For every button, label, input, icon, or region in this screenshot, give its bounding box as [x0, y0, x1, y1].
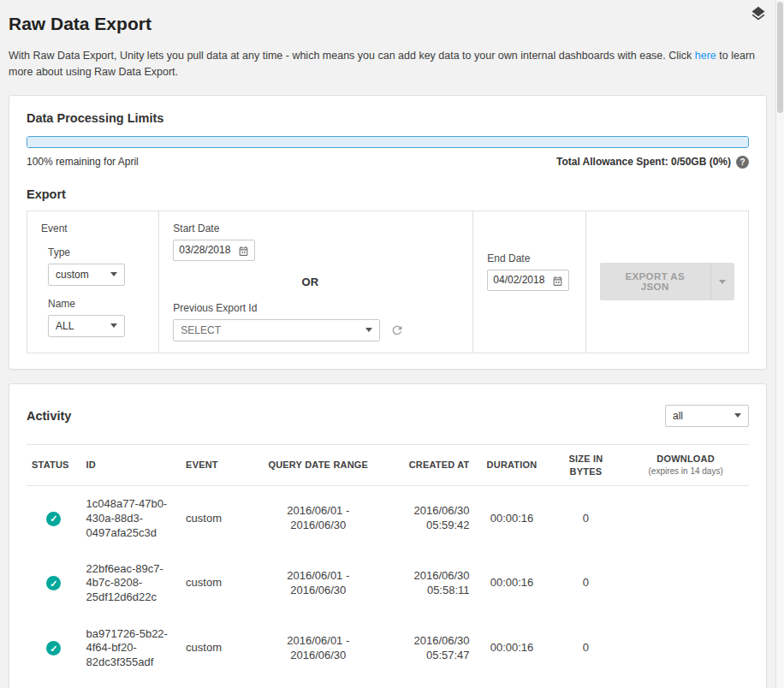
id-cell: 22bf6eac-89c7-4b7c-8208-25df12d6d22c: [81, 551, 181, 616]
event-name-value: ALL: [56, 320, 74, 332]
scrollbar-thumb[interactable]: [777, 2, 783, 113]
event-label: Event: [41, 222, 145, 234]
chevron-down-icon: [365, 328, 372, 332]
date-range-section: Start Date OR Previous Export Id SELECT: [159, 211, 473, 353]
created-cell: 2016/06/30 05:58:11: [383, 551, 474, 616]
size-cell: 0: [549, 551, 623, 616]
table-row: ✓ ba971726-5b22-4f64-bf20-82dc3f355adf c…: [27, 616, 749, 681]
download-cell: [622, 616, 749, 681]
download-cell: [622, 551, 749, 616]
export-options-button[interactable]: [710, 263, 734, 300]
col-id: ID: [81, 444, 181, 486]
col-duration: DURATION: [475, 444, 549, 486]
export-form: Event Type custom Name ALL Start Date: [27, 211, 749, 353]
duration-cell: 00:00:16: [475, 551, 549, 616]
activity-filter-value: all: [673, 410, 683, 422]
previous-export-row: SELECT: [173, 319, 447, 341]
table-header-row: STATUS ID EVENT QUERY DATE RANGE CREATED…: [27, 444, 749, 486]
col-created: CREATED AT: [383, 444, 474, 486]
allowance-text: Total Allowance Spent: 0/50GB (0%): [556, 156, 731, 168]
activity-table: STATUS ID EVENT QUERY DATE RANGE CREATED…: [27, 444, 749, 681]
status-cell: ✓: [27, 616, 81, 681]
end-date-input[interactable]: [493, 274, 549, 286]
range-cell: 2016/06/01 - 2016/06/30: [252, 486, 383, 551]
event-section: Event Type custom Name ALL: [27, 211, 159, 353]
chevron-down-icon: [110, 323, 117, 328]
limits-export-card: Data Processing Limits 100% remaining fo…: [9, 95, 767, 370]
created-cell: 2016/06/30 05:57:47: [383, 616, 474, 681]
layers-icon[interactable]: [750, 5, 767, 22]
activity-filter-select[interactable]: all: [665, 405, 749, 427]
created-cell: 2016/06/30 05:59:42: [383, 486, 474, 551]
id-cell: ba971726-5b22-4f64-bf20-82dc3f355adf: [81, 616, 181, 681]
limits-summary-row: 100% remaining for April Total Allowance…: [27, 156, 749, 169]
download-cell: [622, 486, 749, 551]
page: Raw Data Export With Raw Data Export, Un…: [0, 0, 784, 688]
export-action-section: EXPORT AS JSON: [586, 211, 748, 353]
col-status: STATUS: [27, 444, 81, 486]
event-name-select[interactable]: ALL: [48, 315, 125, 337]
event-cell: custom: [181, 551, 252, 616]
export-heading: Export: [27, 187, 749, 201]
activity-heading: Activity: [27, 409, 71, 423]
allowance-summary: Total Allowance Spent: 0/50GB (0%) ?: [556, 156, 749, 169]
intro-before: With Raw Data Export, Unity lets you pul…: [9, 50, 695, 62]
end-date-label: End Date: [487, 252, 572, 264]
check-circle-icon: ✓: [46, 641, 61, 655]
refresh-icon[interactable]: [390, 323, 404, 337]
activity-card: Activity all STATUS ID EVENT QUERY DATE …: [9, 383, 767, 688]
table-row: ✓ 22bf6eac-89c7-4b7c-8208-25df12d6d22c c…: [27, 551, 749, 616]
duration-cell: 00:00:16: [475, 486, 549, 551]
check-circle-icon: ✓: [46, 512, 61, 526]
limits-heading: Data Processing Limits: [27, 111, 749, 125]
chevron-down-icon: [719, 280, 726, 284]
start-date-label: Start Date: [173, 222, 447, 234]
help-icon[interactable]: ?: [736, 156, 749, 169]
col-download-note: (expires in 14 days): [627, 466, 744, 477]
event-cell: custom: [181, 486, 252, 551]
previous-export-value: SELECT: [181, 324, 221, 336]
status-cell: ✓: [27, 486, 81, 551]
end-date-field[interactable]: [487, 270, 569, 291]
status-cell: ✓: [27, 551, 81, 616]
learn-more-link[interactable]: here: [695, 50, 716, 62]
activity-header: Activity all: [27, 405, 749, 427]
export-button-group: EXPORT AS JSON: [600, 263, 734, 300]
col-download: DOWNLOAD (expires in 14 days): [622, 444, 749, 486]
id-cell: 1c048a77-47b0-430a-88d3-0497afa25c3d: [81, 486, 181, 551]
or-label: OR: [173, 276, 447, 288]
allowance-progress-fill: [27, 137, 748, 147]
end-date-section: End Date: [473, 211, 586, 353]
chevron-down-icon: [110, 272, 117, 276]
col-size: SIZE IN BYTES: [549, 444, 623, 486]
allowance-progress-bar: [27, 136, 749, 148]
previous-export-select[interactable]: SELECT: [173, 319, 380, 341]
scrollbar[interactable]: [775, 0, 784, 688]
previous-export-label: Previous Export Id: [173, 302, 447, 314]
duration-cell: 00:00:16: [475, 616, 549, 681]
event-type-select[interactable]: custom: [48, 264, 125, 286]
name-label: Name: [48, 298, 145, 310]
calendar-icon: [552, 275, 563, 286]
size-cell: 0: [549, 616, 623, 681]
start-date-input[interactable]: [179, 244, 235, 256]
start-date-field[interactable]: [173, 240, 255, 261]
calendar-icon: [238, 245, 249, 256]
range-cell: 2016/06/01 - 2016/06/30: [252, 551, 383, 616]
check-circle-icon: ✓: [46, 576, 61, 590]
type-label: Type: [48, 246, 145, 258]
event-cell: custom: [181, 616, 252, 681]
table-row: ✓ 1c048a77-47b0-430a-88d3-0497afa25c3d c…: [27, 486, 749, 551]
col-download-label: DOWNLOAD: [656, 454, 715, 464]
col-range: QUERY DATE RANGE: [252, 444, 383, 486]
chevron-down-icon: [734, 413, 741, 418]
size-cell: 0: [549, 486, 623, 551]
intro-text: With Raw Data Export, Unity lets you pul…: [9, 48, 755, 81]
remaining-text: 100% remaining for April: [27, 156, 139, 168]
range-cell: 2016/06/01 - 2016/06/30: [252, 616, 383, 681]
col-event: EVENT: [181, 444, 252, 486]
export-as-json-button[interactable]: EXPORT AS JSON: [600, 263, 710, 300]
event-type-value: custom: [56, 269, 89, 281]
page-title: Raw Data Export: [9, 14, 767, 34]
